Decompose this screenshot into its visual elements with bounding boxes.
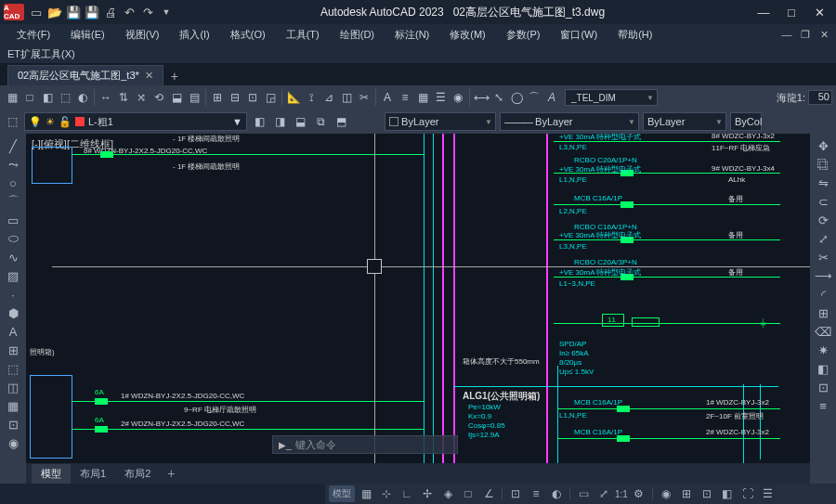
tool-icon[interactable]: 📐 (285, 89, 302, 106)
tool-icon[interactable]: ⊡ (4, 416, 22, 433)
menu-help[interactable]: 帮助(H) (608, 24, 661, 45)
layer-tool-icon[interactable]: ⧉ (312, 113, 329, 130)
menu-insert[interactable]: 插入(I) (170, 24, 218, 45)
status-icon[interactable]: ⊞ (677, 485, 696, 502)
menu-edit[interactable]: 编辑(E) (61, 24, 114, 45)
text-icon[interactable]: A (4, 323, 22, 340)
tool-icon[interactable]: ☰ (432, 89, 449, 106)
copy-icon[interactable]: ⿻ (814, 156, 832, 173)
tool-icon[interactable]: ⟲ (150, 89, 167, 106)
tool-icon[interactable]: ⊡ (814, 379, 832, 395)
status-model[interactable]: 模型 (329, 485, 355, 502)
layer-iso-icon[interactable]: ⬚ (4, 113, 20, 130)
tool-icon[interactable]: ⊟ (227, 89, 243, 106)
tool-icon[interactable]: ◉ (4, 434, 22, 451)
tool-icon[interactable]: ▦ (4, 89, 20, 106)
tool-icon[interactable]: ⬚ (4, 360, 22, 377)
tool-icon[interactable]: ▦ (414, 89, 431, 106)
tool-icon[interactable]: ⟟ (303, 89, 320, 106)
rotate-icon[interactable]: ⟳ (814, 212, 832, 228)
layer-dropdown[interactable]: 💡 ☀ 🔓 L-粗1 ▼ (24, 112, 247, 131)
layout-tab-1[interactable]: 布局1 (71, 464, 115, 484)
layout-tab-2[interactable]: 布局2 (115, 464, 160, 484)
move-icon[interactable]: ✥ (814, 137, 832, 154)
tool-icon[interactable]: ◉ (450, 89, 466, 106)
qp-icon[interactable]: ▭ (574, 485, 593, 502)
extend-icon[interactable]: ⟶ (814, 267, 832, 284)
hatch-icon[interactable]: ▨ (4, 267, 22, 284)
tool-icon[interactable]: ⊞ (209, 89, 226, 106)
tab-add-icon[interactable]: + (163, 69, 186, 85)
layout-tab-model[interactable]: 模型 (32, 464, 71, 484)
color-dropdown[interactable]: ByLayer▼ (385, 112, 496, 131)
tool-icon[interactable]: ◧ (39, 89, 56, 106)
new-icon[interactable]: ▭ (28, 4, 45, 20)
otrack-icon[interactable]: ∠ (479, 485, 498, 502)
tool-icon[interactable]: ▦ (4, 397, 22, 414)
array-icon[interactable]: ⊞ (814, 304, 832, 321)
line-icon[interactable]: ╱ (4, 137, 22, 154)
point-icon[interactable]: · (4, 286, 22, 303)
tool-icon[interactable]: ◧ (814, 360, 832, 377)
tool-icon[interactable]: ◲ (262, 89, 279, 106)
layer-tool-icon[interactable]: ◧ (251, 113, 268, 130)
dyn-icon[interactable]: ⊡ (506, 485, 525, 502)
saveas-icon[interactable]: 💾 (84, 4, 100, 20)
tab-close-icon[interactable]: ✕ (145, 70, 153, 82)
dim-font-icon[interactable]: A (543, 89, 560, 106)
block-icon[interactable]: ⬢ (4, 304, 22, 321)
linetype-dropdown[interactable]: ——— ByLayer▼ (500, 112, 639, 131)
tool-icon[interactable]: ◫ (4, 379, 22, 395)
dim-icon[interactable]: ⤡ (490, 89, 507, 106)
explode-icon[interactable]: ✷ (814, 342, 832, 358)
pline-icon[interactable]: ⤳ (4, 156, 22, 173)
open-icon[interactable]: 📂 (46, 4, 63, 20)
minimize-icon[interactable]: ― (751, 3, 777, 21)
status-icon[interactable]: ◧ (718, 485, 737, 502)
offset-icon[interactable]: ⊂ (814, 193, 832, 210)
tool-icon[interactable]: ◐ (74, 89, 91, 106)
circle-icon[interactable]: ○ (4, 174, 22, 191)
redo-icon[interactable]: ↷ (139, 4, 156, 20)
status-icon[interactable]: ⊡ (698, 485, 716, 502)
customize-icon[interactable]: ☰ (759, 485, 777, 502)
menu-modify[interactable]: 修改(M) (440, 24, 495, 45)
tool-icon[interactable]: ⊡ (244, 89, 261, 106)
status-icon[interactable]: ◉ (657, 485, 675, 502)
sc-icon[interactable]: ⤢ (594, 485, 613, 502)
tool-icon[interactable]: ▤ (186, 89, 202, 106)
menu-tools[interactable]: 工具(T) (277, 24, 329, 45)
scale-icon[interactable]: ⤢ (814, 230, 832, 247)
tool-icon[interactable]: A (379, 89, 396, 106)
tool-icon[interactable]: ⬓ (168, 89, 185, 106)
plot-icon[interactable]: 🖨 (102, 4, 119, 20)
tool-icon[interactable]: ✂ (356, 89, 372, 106)
dim-icon[interactable]: ⟷ (473, 89, 490, 106)
tool-icon[interactable]: ≡ (397, 89, 413, 106)
lineweight-dropdown[interactable]: ByLayer▼ (643, 112, 726, 131)
menu-format[interactable]: 格式(O) (221, 24, 275, 45)
drawing-canvas[interactable]: [-][俯视][二维线框] - 1F 楼梯间疏散照明 8# WDZN-BYJ-2… (26, 134, 810, 484)
rect-icon[interactable]: ▭ (4, 212, 22, 228)
arc-icon[interactable]: ⌒ (4, 193, 22, 210)
tool-icon[interactable]: ⊞ (4, 342, 22, 358)
osnap-icon[interactable]: □ (459, 485, 477, 502)
close-icon[interactable]: ✕ (806, 3, 832, 21)
dim-icon[interactable]: ◯ (508, 89, 525, 106)
erase-icon[interactable]: ⌫ (814, 323, 832, 340)
snap-icon[interactable]: ⊹ (377, 485, 396, 502)
menu-window[interactable]: 窗口(W) (551, 24, 607, 45)
tool-icon[interactable]: ⤨ (133, 89, 150, 106)
file-tab-active[interactable]: 02高层公区电气施工图_t3* ✕ (7, 65, 163, 85)
qat-more-icon[interactable]: ▼ (158, 4, 175, 20)
menu-view[interactable]: 视图(V) (116, 24, 169, 45)
polar-icon[interactable]: ✢ (418, 485, 437, 502)
gear-icon[interactable]: ⚙ (630, 485, 648, 502)
menu-param[interactable]: 参数(P) (497, 24, 550, 45)
maximize-icon[interactable]: □ (778, 3, 804, 21)
spline-icon[interactable]: ∿ (4, 249, 22, 265)
layout-add-icon[interactable]: + (160, 466, 182, 481)
tool-icon[interactable]: □ (21, 89, 38, 106)
mdi-restore-icon[interactable]: ❐ (797, 27, 814, 42)
tool-icon[interactable]: ↔ (98, 89, 114, 106)
